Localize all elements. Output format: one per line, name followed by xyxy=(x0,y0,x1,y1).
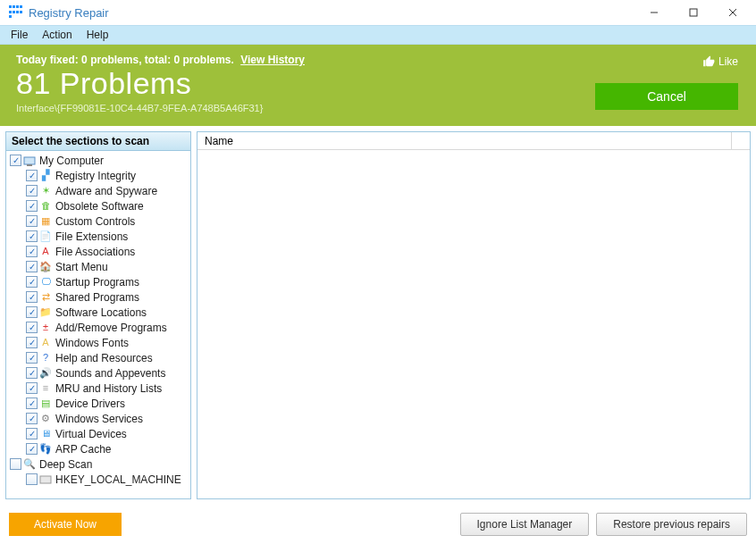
status-summary-text: Today fixed: 0 problems, total: 0 proble… xyxy=(16,54,234,66)
tree-item-shared-programs[interactable]: ⇄Shared Programs xyxy=(6,289,190,305)
sections-header: Select the sections to scan xyxy=(5,131,191,150)
tree-item-virtual-devices-icon: 🖥 xyxy=(39,428,52,440)
tree-item-windows-fonts[interactable]: AWindows Fonts xyxy=(6,335,190,350)
tree-item-windows-fonts-label: Windows Fonts xyxy=(54,337,129,349)
tree-item-start-menu[interactable]: 🏠Start Menu xyxy=(6,259,190,274)
app-icon xyxy=(9,5,23,20)
checkbox[interactable] xyxy=(26,170,38,181)
tree-item-startup-programs-label: Startup Programs xyxy=(54,276,139,289)
checkbox[interactable] xyxy=(26,185,38,197)
tree-root-my-computer[interactable]: My Computer xyxy=(6,153,190,168)
tree-item-shared-programs-icon: ⇄ xyxy=(39,291,52,304)
checkbox[interactable] xyxy=(26,276,38,288)
tree-item-windows-services[interactable]: ⚙Windows Services xyxy=(6,411,190,426)
results-list[interactable] xyxy=(197,150,750,498)
title-bar: Registry Repair xyxy=(0,0,756,25)
like-label: Like xyxy=(718,55,738,68)
column-name[interactable]: Name xyxy=(197,132,732,149)
checkbox[interactable] xyxy=(10,155,21,166)
cancel-button[interactable]: Cancel xyxy=(595,83,738,110)
tree-item-startup-programs[interactable]: 🖵Startup Programs xyxy=(6,274,190,289)
tree-item-adware-and-spyware-label: Adware and Spyware xyxy=(54,185,157,197)
tree-item-custom-controls[interactable]: ▦Custom Controls xyxy=(6,213,190,229)
ignore-list-button[interactable]: Ignore List Manager xyxy=(460,513,590,536)
checkbox[interactable] xyxy=(26,230,38,242)
sections-pane: Select the sections to scan My Computer▞… xyxy=(5,131,191,499)
tree-hkey-local-machine[interactable]: HKEY_LOCAL_MACHINE xyxy=(6,472,190,487)
maximize-button[interactable] xyxy=(674,0,713,25)
tree-item-registry-integrity-label: Registry Integrity xyxy=(54,170,136,182)
tree-item-windows-services-icon: ⚙ xyxy=(39,413,52,425)
checkbox[interactable] xyxy=(26,413,38,424)
checkbox[interactable] xyxy=(26,382,38,394)
svg-rect-5 xyxy=(27,164,32,166)
activate-button[interactable]: Activate Now xyxy=(9,513,122,536)
tree-item-help-and-resources[interactable]: ?Help and Resources xyxy=(6,350,190,365)
checkbox[interactable] xyxy=(26,337,38,348)
view-history-link[interactable]: View History xyxy=(240,54,305,66)
app-title: Registry Repair xyxy=(29,6,109,20)
checkbox[interactable] xyxy=(26,200,38,212)
tree-item-arp-cache[interactable]: 👣ARP Cache xyxy=(6,441,190,456)
tree-item-device-drivers-icon: ▤ xyxy=(39,398,52,410)
tree-item-custom-controls-label: Custom Controls xyxy=(54,215,135,228)
tree-hkey-local-machine-label: HKEY_LOCAL_MACHINE xyxy=(54,473,181,486)
checkbox[interactable] xyxy=(26,322,38,333)
tree-item-help-and-resources-icon: ? xyxy=(39,352,52,364)
tree-item-software-locations[interactable]: 📁Software Locations xyxy=(6,305,190,320)
tree-item-adware-and-spyware[interactable]: ✶Adware and Spyware xyxy=(6,183,190,198)
tree-item-sounds-and-appevents-label: Sounds and Appevents xyxy=(54,367,165,380)
thumbs-up-icon xyxy=(702,55,715,68)
restore-repairs-button[interactable]: Restore previous repairs xyxy=(596,513,747,536)
checkbox[interactable] xyxy=(26,428,38,439)
checkbox[interactable] xyxy=(26,443,38,455)
menu-file[interactable]: File xyxy=(4,27,35,43)
tree-item-mru-and-history-lists-label: MRU and History Lists xyxy=(54,382,162,395)
tree-item-device-drivers[interactable]: ▤Device Drivers xyxy=(6,396,190,411)
checkbox[interactable] xyxy=(26,473,38,485)
tree-item-file-extensions[interactable]: 📄File Extensions xyxy=(6,229,190,244)
results-column-header: Name xyxy=(197,132,750,150)
tree-item-start-menu-label: Start Menu xyxy=(54,261,108,273)
tree-item-add-remove-programs-label: Add/Remove Programs xyxy=(54,322,167,334)
svg-rect-4 xyxy=(24,157,35,164)
checkbox[interactable] xyxy=(26,352,38,364)
checkbox[interactable] xyxy=(26,246,38,257)
tree-item-obsolete-software-icon: 🗑 xyxy=(39,200,52,213)
tree-item-sounds-and-appevents[interactable]: 🔊Sounds and Appevents xyxy=(6,365,190,381)
svg-rect-1 xyxy=(690,9,697,16)
like-button[interactable]: Like xyxy=(702,55,738,68)
tree-item-file-associations-icon: A xyxy=(39,246,52,258)
sections-tree[interactable]: My Computer▞Registry Integrity✶Adware an… xyxy=(6,151,190,498)
menu-action[interactable]: Action xyxy=(35,27,79,43)
tree-item-add-remove-programs-icon: ± xyxy=(39,322,52,334)
tree-item-add-remove-programs[interactable]: ±Add/Remove Programs xyxy=(6,320,190,335)
tree-deep-scan-label: Deep Scan xyxy=(38,458,92,471)
tree-item-registry-integrity[interactable]: ▞Registry Integrity xyxy=(6,168,190,183)
tree-item-virtual-devices-label: Virtual Devices xyxy=(54,428,127,440)
tree-item-registry-integrity-icon: ▞ xyxy=(39,170,52,182)
tree-deep-scan[interactable]: 🔍Deep Scan xyxy=(6,456,190,472)
tree-item-adware-and-spyware-icon: ✶ xyxy=(39,185,52,197)
minimize-button[interactable] xyxy=(634,0,674,25)
tree-item-startup-programs-icon: 🖵 xyxy=(39,276,52,289)
tree-item-obsolete-software[interactable]: 🗑Obsolete Software xyxy=(6,198,190,213)
tree-item-mru-and-history-lists[interactable]: ≡MRU and History Lists xyxy=(6,381,190,396)
checkbox[interactable] xyxy=(26,306,38,318)
checkbox[interactable] xyxy=(26,291,38,303)
menu-help[interactable]: Help xyxy=(80,27,116,43)
checkbox[interactable] xyxy=(10,458,21,470)
checkbox[interactable] xyxy=(26,367,38,379)
tree-item-sounds-and-appevents-icon: 🔊 xyxy=(39,367,52,380)
checkbox[interactable] xyxy=(26,215,38,227)
tree-item-virtual-devices[interactable]: 🖥Virtual Devices xyxy=(6,426,190,441)
tree-item-file-extensions-label: File Extensions xyxy=(54,230,128,243)
tree-item-windows-fonts-icon: A xyxy=(39,337,52,349)
checkbox[interactable] xyxy=(26,261,38,272)
close-button[interactable] xyxy=(713,0,752,25)
tree-root-my-computer-icon xyxy=(23,155,36,167)
checkbox[interactable] xyxy=(26,398,38,409)
tree-item-arp-cache-icon: 👣 xyxy=(39,443,52,456)
svg-rect-6 xyxy=(40,476,51,483)
tree-item-file-associations[interactable]: AFile Associations xyxy=(6,244,190,259)
